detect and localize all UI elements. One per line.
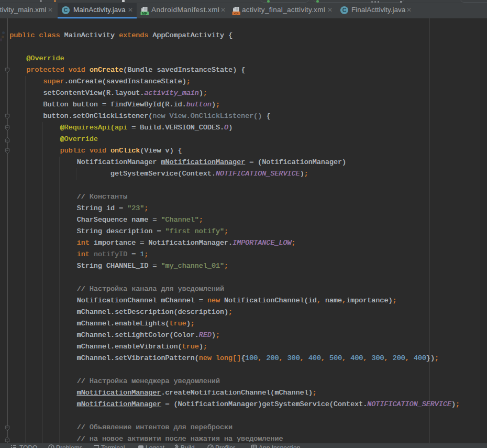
svg-text:MF: MF: [142, 12, 148, 15]
svg-text:<>: <>: [234, 12, 238, 15]
svg-text:C: C: [342, 7, 347, 13]
svg-text:C: C: [64, 7, 68, 13]
